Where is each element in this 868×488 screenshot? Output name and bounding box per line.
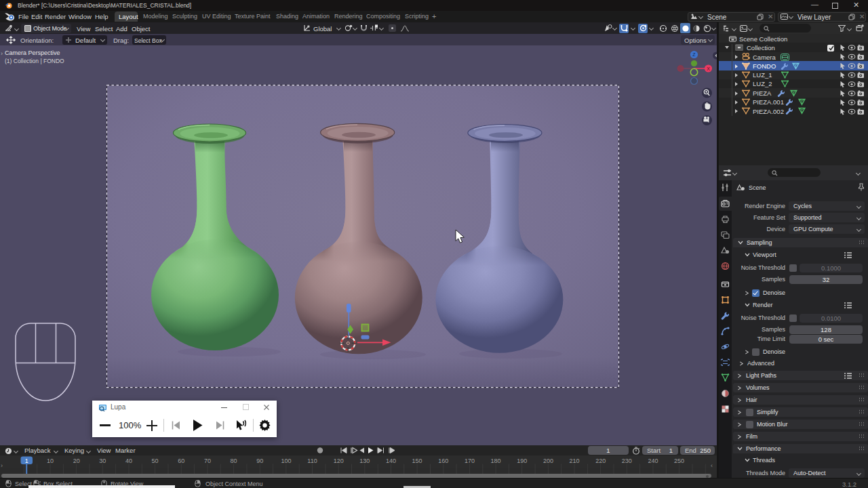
svg-text:1: 1: [25, 458, 28, 464]
svg-text:90: 90: [256, 458, 263, 464]
svg-text:150: 150: [412, 458, 422, 464]
svg-text:100: 100: [281, 458, 291, 464]
svg-text:›: ›: [1, 462, 3, 469]
svg-text:180: 180: [491, 458, 501, 464]
svg-text:Z: Z: [692, 52, 696, 57]
svg-text:(1) Collection | FONDO: (1) Collection | FONDO: [5, 58, 64, 64]
svg-text:190: 190: [517, 458, 527, 464]
svg-text:40: 40: [125, 458, 132, 464]
svg-text:80: 80: [231, 458, 237, 464]
svg-text:20: 20: [73, 458, 80, 464]
svg-text:240: 240: [648, 458, 658, 464]
svg-text:110: 110: [307, 458, 317, 464]
svg-text:170: 170: [465, 458, 475, 464]
svg-text:50: 50: [152, 458, 159, 464]
svg-text:›: ›: [1, 50, 3, 57]
svg-text:160: 160: [438, 458, 448, 464]
svg-text:30: 30: [99, 458, 106, 464]
svg-text:230: 230: [622, 458, 632, 464]
svg-text:X: X: [707, 66, 710, 71]
svg-text:250: 250: [674, 458, 684, 464]
svg-text:220: 220: [595, 458, 606, 464]
svg-text:210: 210: [569, 458, 579, 464]
svg-text:70: 70: [204, 458, 211, 464]
svg-text:‹: ‹: [711, 462, 713, 469]
svg-text:Camera Perspective: Camera Perspective: [5, 49, 60, 56]
svg-text:120: 120: [334, 458, 344, 464]
svg-text:140: 140: [386, 458, 396, 464]
svg-text:60: 60: [178, 458, 184, 464]
svg-text:10: 10: [47, 458, 54, 464]
svg-text:130: 130: [359, 458, 370, 464]
svg-text:200: 200: [543, 458, 553, 464]
